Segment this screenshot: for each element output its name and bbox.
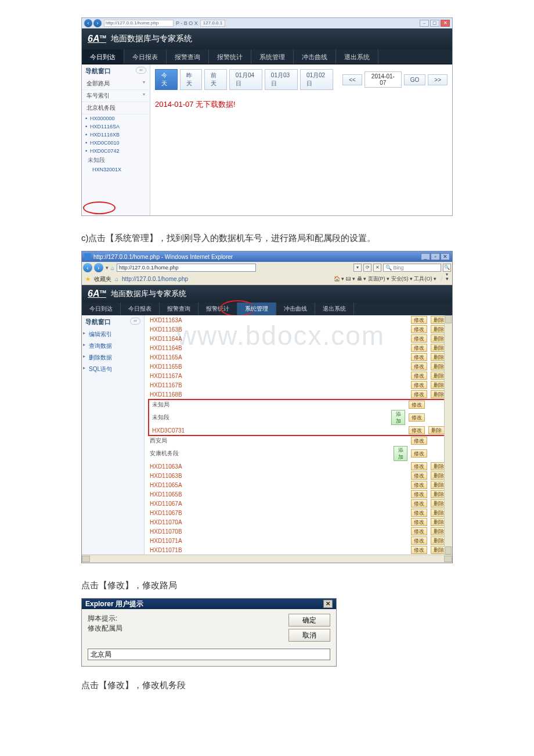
- modify-button[interactable]: 修改: [411, 499, 427, 507]
- collapse-icon[interactable]: ‹‹: [130, 318, 140, 325]
- sidebar-train-index[interactable]: 车号索引▾: [82, 90, 150, 102]
- ie-right-menu[interactable]: 🏠 ▾ 🖂 ▾ 🖶 ▾ 页面(P) ▾ 安全(S) ▾ 工具(O) ▾ ❔ ▾: [334, 275, 449, 283]
- modify-button[interactable]: 修改: [411, 344, 427, 352]
- nav-alarm-stat[interactable]: 报警统计: [199, 303, 237, 315]
- group-xian-bureau[interactable]: 西安局: [148, 436, 392, 445]
- nav-system-manage[interactable]: 系统管理: [237, 303, 276, 315]
- tree-last-item[interactable]: HXN32001X: [82, 165, 150, 174]
- modify-button[interactable]: 修改: [411, 471, 427, 480]
- tree-item[interactable]: HX000000: [82, 114, 150, 123]
- modify-button[interactable]: 修改: [411, 449, 427, 458]
- add-button[interactable]: 添加: [391, 410, 405, 425]
- dropdown-icon[interactable]: ▾: [353, 264, 362, 272]
- modify-button[interactable]: 修改: [409, 401, 425, 409]
- nav-alarm-query[interactable]: 报警查询: [167, 49, 209, 64]
- fav-url[interactable]: http://127.0.0.1/home.php: [122, 276, 188, 282]
- stop-icon[interactable]: ✕: [373, 264, 381, 272]
- nav-logout[interactable]: 退出系统: [336, 49, 378, 64]
- nav-today-arrive[interactable]: 今日到达: [82, 49, 124, 64]
- maximize-button[interactable]: ▢: [430, 20, 439, 27]
- close-button[interactable]: ✕: [441, 20, 450, 27]
- modify-button[interactable]: 修改: [411, 372, 427, 380]
- date-input[interactable]: 2014-01-07: [365, 71, 402, 88]
- minimize-button[interactable]: _: [421, 253, 430, 260]
- sidebar-delete-data[interactable]: 删除数据: [82, 352, 144, 363]
- close-button[interactable]: ✕: [323, 600, 333, 608]
- modify-button[interactable]: 修改: [411, 509, 427, 517]
- tree-item[interactable]: HXD0C0010: [82, 139, 150, 147]
- ok-button[interactable]: 确定: [288, 614, 330, 627]
- back-button[interactable]: ‹: [84, 19, 92, 27]
- sidebar-all-bureau[interactable]: 全部路局▾: [82, 78, 150, 90]
- modify-button[interactable]: 修改: [409, 413, 425, 422]
- nav-system-manage[interactable]: 系统管理: [251, 49, 294, 64]
- horizontal-scrollbar[interactable]: [82, 555, 452, 563]
- delete-button[interactable]: 删除: [428, 426, 445, 434]
- nav-impact-curve[interactable]: 冲击曲线: [276, 303, 315, 315]
- train-item[interactable]: HXD3C0731: [150, 426, 389, 435]
- tree-unknown-section[interactable]: 未知段: [82, 155, 150, 165]
- group-ankang-depot[interactable]: 安康机务段: [148, 445, 392, 462]
- modify-button[interactable]: 修改: [411, 481, 427, 489]
- nav-today-report[interactable]: 今日报表: [121, 303, 160, 315]
- fwd-button[interactable]: ›: [94, 263, 103, 272]
- modify-button[interactable]: 修改: [411, 527, 427, 535]
- maximize-button[interactable]: ▫: [431, 253, 440, 260]
- vertical-scrollbar[interactable]: [444, 315, 452, 555]
- nav-today-report[interactable]: 今日报表: [124, 49, 167, 64]
- modify-button[interactable]: 修改: [411, 362, 427, 370]
- sidebar-edit-index[interactable]: 编辑索引: [82, 329, 144, 340]
- modify-button[interactable]: 修改: [411, 390, 427, 398]
- sidebar-query-data[interactable]: 查询数据: [82, 340, 144, 352]
- cancel-button[interactable]: 取消: [288, 629, 330, 642]
- modify-button[interactable]: 修改: [411, 462, 427, 470]
- nav-today-arrive[interactable]: 今日到达: [82, 303, 121, 315]
- modify-button[interactable]: 修改: [411, 316, 427, 324]
- date-0104[interactable]: 01月04日: [229, 69, 262, 90]
- minimize-button[interactable]: –: [420, 20, 429, 27]
- date-yesterday[interactable]: 昨天: [180, 69, 203, 90]
- modify-button[interactable]: 修改: [411, 437, 427, 445]
- fwd-button[interactable]: ›: [93, 19, 102, 27]
- date-today[interactable]: 今天: [155, 69, 178, 90]
- modify-button[interactable]: 修改: [411, 490, 427, 498]
- date-0102[interactable]: 01月02日: [300, 69, 333, 90]
- search-go-icon[interactable]: 🔍▾: [443, 264, 451, 272]
- modify-button[interactable]: 修改: [411, 546, 427, 554]
- sidebar-beijing-depot[interactable]: 北京机务段: [82, 102, 150, 114]
- refresh-icon[interactable]: ⟳: [363, 264, 371, 272]
- modify-button[interactable]: 修改: [411, 518, 427, 526]
- modify-button[interactable]: 修改: [411, 334, 427, 343]
- modify-button[interactable]: 修改: [411, 381, 427, 389]
- tree-item[interactable]: HXD1116XB: [82, 131, 150, 139]
- nav-alarm-stat[interactable]: 报警统计: [209, 49, 251, 64]
- address-bar[interactable]: http://127.0.0.1/home.php: [117, 264, 256, 272]
- close-button[interactable]: ✕: [441, 253, 450, 260]
- address-bar[interactable]: http://127.0.0.1/home.php: [104, 20, 174, 27]
- modify-button[interactable]: 修改: [411, 537, 427, 545]
- nav-logout[interactable]: 退出系统: [315, 303, 354, 315]
- nav-alarm-query[interactable]: 报警查询: [160, 303, 199, 315]
- nav-impact-curve[interactable]: 冲击曲线: [294, 49, 336, 64]
- modify-button[interactable]: 修改: [411, 353, 427, 361]
- dialog-input[interactable]: [88, 649, 330, 660]
- favorites-label[interactable]: 收藏夹: [94, 275, 111, 283]
- search-input[interactable]: 🔍 Bing: [383, 264, 441, 272]
- sidebar-sql[interactable]: SQL语句: [82, 363, 144, 375]
- add-button[interactable]: 添加: [394, 446, 407, 461]
- date-go[interactable]: GO: [404, 74, 426, 85]
- logo: 6ATM: [88, 34, 106, 44]
- tree-item[interactable]: HXD0C0742: [82, 147, 150, 155]
- date-0103[interactable]: 01月03日: [265, 69, 298, 90]
- collapse-icon[interactable]: ‹‹: [136, 67, 146, 74]
- browser-tab[interactable]: 127.0.0.1: [200, 20, 225, 27]
- group-unknown-section[interactable]: 未知段: [150, 409, 389, 426]
- tree-item[interactable]: HXD1116SA: [82, 123, 150, 131]
- modify-button[interactable]: 修改: [411, 325, 427, 333]
- date-daybefore[interactable]: 前天: [204, 69, 227, 90]
- back-button[interactable]: ‹: [83, 263, 92, 272]
- modify-button[interactable]: 修改: [409, 426, 425, 434]
- group-unknown-bureau[interactable]: 未知局: [150, 400, 389, 409]
- date-next[interactable]: >>: [428, 74, 448, 85]
- date-prev[interactable]: <<: [342, 74, 362, 85]
